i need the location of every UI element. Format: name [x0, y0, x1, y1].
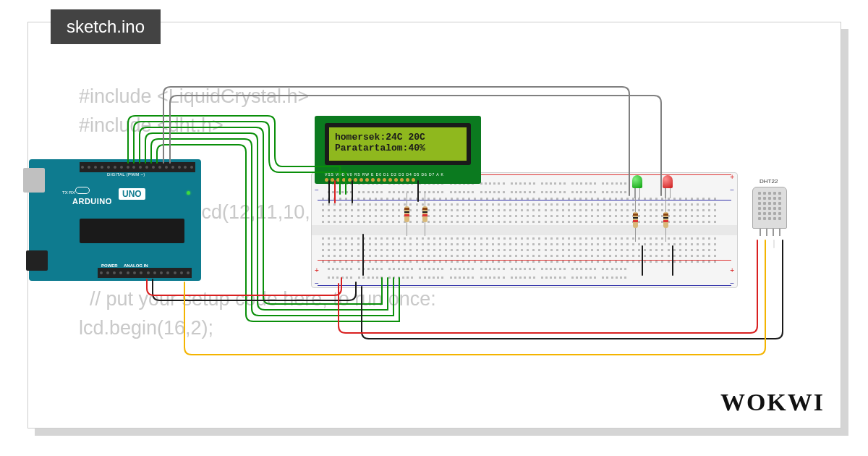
dht22-label: DHT22: [760, 178, 778, 185]
dht22-body: [752, 187, 787, 229]
red-led[interactable]: [663, 175, 673, 188]
arduino-mcu-chip: [80, 219, 184, 243]
breadboard[interactable]: + − + − + − + −: [311, 172, 738, 288]
arduino-bottom-pins-label: POWER ANALOG IN: [101, 263, 148, 268]
circuit-diagram[interactable]: ARDUINO UNO TX RX DIGITAL (PWM ~) POWER …: [29, 43, 832, 347]
arduino-model-label: UNO: [119, 188, 145, 200]
arduino-power-analog-header[interactable]: [98, 268, 192, 278]
arduino-digital-header[interactable]: [80, 162, 195, 172]
lcd-pins-label: VSS VDD V0 RS RW E D0 D1 D2 D3 D4 D5 D6 …: [325, 172, 444, 177]
resistor[interactable]: [404, 198, 409, 230]
arduino-power-led-icon: [187, 191, 190, 195]
dht22-sensor[interactable]: DHT22: [752, 187, 787, 235]
arduino-digital-pins-label: DIGITAL (PWM ~): [81, 172, 145, 177]
resistor[interactable]: [422, 198, 427, 230]
lcd-line-1: homersek:24C 20C: [335, 132, 461, 143]
lcd-16x2[interactable]: homersek:24C 20C Paratartalom:40% VSS VD…: [315, 116, 481, 184]
dht22-pins[interactable]: [752, 229, 787, 236]
resistor[interactable]: [633, 204, 638, 236]
arduino-brand-label: ARDUINO: [72, 197, 112, 206]
lcd-screen: homersek:24C 20C Paratartalom:40%: [325, 123, 471, 165]
wokwi-logo: WOKWI: [720, 389, 825, 416]
arduino-txrx-label: TX RX: [62, 190, 75, 195]
lcd-line-2: Paratartalom:40%: [335, 143, 461, 153]
breadboard-ground-rail[interactable]: [316, 270, 733, 284]
file-tab[interactable]: sketch.ino: [51, 9, 161, 44]
arduino-uno[interactable]: ARDUINO UNO TX RX DIGITAL (PWM ~) POWER …: [29, 159, 201, 281]
resistor[interactable]: [663, 204, 668, 236]
green-led[interactable]: [632, 175, 642, 188]
arduino-logo-icon: [75, 187, 90, 194]
lcd-pin-header[interactable]: [325, 178, 415, 182]
